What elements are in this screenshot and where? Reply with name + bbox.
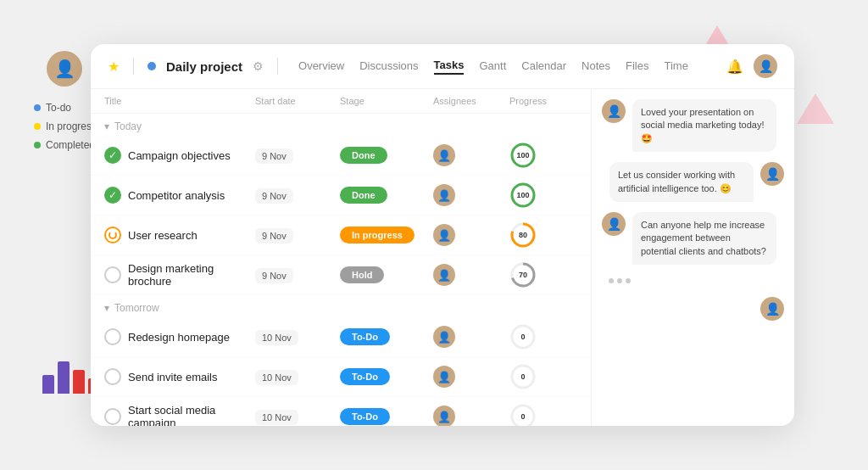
divider-2 <box>277 58 278 75</box>
section-tomorrow[interactable]: ▾ Tomorrow <box>91 295 591 317</box>
typing-dot-3 <box>626 278 631 283</box>
card-header: ★ Daily project ⚙ Overview Discussions T… <box>91 44 794 89</box>
task-row[interactable]: ✓ Campaign objectives 9 Nov Done 👤 100 <box>91 136 591 176</box>
progress-value: 70 <box>519 271 527 279</box>
chat-avatar-1: 👤 <box>602 99 626 123</box>
tab-calendar[interactable]: Calendar <box>521 59 566 74</box>
check-empty-icon[interactable] <box>104 368 121 385</box>
task-title: Send invite emails <box>128 371 218 383</box>
chat-typing-indicator <box>602 275 784 287</box>
legend-completed: Completed <box>34 139 97 151</box>
task-date: 9 Nov <box>255 187 340 204</box>
progress-value: 0 <box>520 372 525 381</box>
nav-tabs: Overview Discussions Tasks Gantt Calenda… <box>298 59 688 75</box>
tab-overview[interactable]: Overview <box>298 59 344 74</box>
table-header: Title Start date Stage Assignees Progres… <box>91 89 591 114</box>
task-stage: Done <box>340 187 433 204</box>
tab-tasks[interactable]: Tasks <box>434 59 465 75</box>
project-dot <box>147 62 156 70</box>
progress-value: 80 <box>519 231 527 239</box>
section-tomorrow-label: Tomorrow <box>114 302 159 314</box>
task-row[interactable]: Design marketing brochure 9 Nov Hold 👤 7… <box>91 255 591 295</box>
task-stage: To-Do <box>340 328 433 345</box>
task-stage: Done <box>340 147 433 164</box>
chat-avatar-3: 👤 <box>602 212 626 236</box>
tab-notes[interactable]: Notes <box>581 59 610 74</box>
settings-icon[interactable]: ⚙ <box>253 59 264 73</box>
section-today-label: Today <box>114 120 142 132</box>
chat-message-1: 👤 Loved your presentation on social medi… <box>602 99 784 152</box>
legend-label-todo: To-do <box>46 102 71 114</box>
tab-gantt[interactable]: Gantt <box>479 59 506 74</box>
task-title-cell: Send invite emails <box>104 368 255 385</box>
assignee-avatar: 👤 <box>433 224 455 246</box>
user-avatar[interactable]: 👤 <box>754 54 777 78</box>
avatar-top-left[interactable]: 👤 <box>47 51 82 87</box>
check-done-icon[interactable]: ✓ <box>104 187 121 204</box>
task-row[interactable]: Redesign homepage 10 Nov To-Do 👤 0 <box>91 317 591 357</box>
tasks-panel: Title Start date Stage Assignees Progres… <box>91 89 591 426</box>
progress-value: 0 <box>520 333 525 341</box>
task-row[interactable]: ✓ Competitor analysis 9 Nov Done 👤 100 <box>91 176 591 215</box>
progress-value: 0 <box>520 412 525 421</box>
typing-dot-1 <box>609 278 614 283</box>
main-card: ★ Daily project ⚙ Overview Discussions T… <box>91 44 794 426</box>
assignee-avatar: 👤 <box>433 264 455 286</box>
header-right: 🔔 👤 <box>726 54 777 78</box>
task-date: 9 Nov <box>255 227 340 243</box>
legend-dot-inprogress <box>34 123 41 130</box>
chart-bar-2 <box>58 361 70 394</box>
assignee-avatar: 👤 <box>433 184 455 206</box>
col-assignees: Assignees <box>433 96 509 106</box>
check-inprogress-icon[interactable] <box>104 227 121 243</box>
chat-message-2: 👤 Let us consider working with artificia… <box>602 162 784 202</box>
task-title-cell: Start social media campaign <box>104 404 255 426</box>
progress-circle: 70 <box>509 261 537 288</box>
progress-circle: 100 <box>509 142 537 169</box>
card-body: Title Start date Stage Assignees Progres… <box>91 89 794 426</box>
typing-dot-2 <box>617 278 622 283</box>
task-date: 10 Nov <box>255 409 340 425</box>
check-done-icon[interactable]: ✓ <box>104 147 121 164</box>
task-title-cell: User research <box>104 227 255 243</box>
chat-bubble-3: Can anyone help me increase engagement b… <box>632 212 776 265</box>
col-title: Title <box>104 96 255 106</box>
chart-bar-3 <box>73 370 85 394</box>
task-date: 9 Nov <box>255 148 340 164</box>
task-title-cell: Design marketing brochure <box>104 262 255 288</box>
chart-bar-1 <box>42 375 54 394</box>
assignee-avatar: 👤 <box>433 366 455 388</box>
task-stage: In progress <box>340 227 433 243</box>
tab-files[interactable]: Files <box>626 59 648 74</box>
tab-discussions[interactable]: Discussions <box>359 59 418 74</box>
bell-icon[interactable]: 🔔 <box>726 59 743 75</box>
check-empty-icon[interactable] <box>104 328 121 345</box>
task-title-cell: Redesign homepage <box>104 328 255 345</box>
assignee-avatar: 👤 <box>433 406 455 426</box>
col-startdate: Start date <box>255 96 340 106</box>
assignee-avatar: 👤 <box>433 144 455 166</box>
legend-dot-completed <box>34 142 41 148</box>
task-title: Competitor analysis <box>128 189 225 202</box>
progress-circle: 0 <box>509 403 537 426</box>
task-row[interactable]: User research 9 Nov In progress 👤 80 <box>91 215 591 255</box>
task-date: 10 Nov <box>255 329 340 345</box>
task-row[interactable]: Start social media campaign 10 Nov To-Do… <box>91 397 591 426</box>
decoration-triangle-right <box>797 93 834 124</box>
progress-circle: 80 <box>509 221 537 249</box>
chat-bubble-2: Let us consider working with artificial … <box>609 162 754 202</box>
divider <box>133 58 134 75</box>
star-icon: ★ <box>108 59 120 75</box>
progress-value: 100 <box>516 191 529 199</box>
chat-avatar-bottom: 👤 <box>760 297 784 321</box>
check-empty-icon[interactable] <box>104 266 121 283</box>
check-empty-icon[interactable] <box>104 408 121 425</box>
chat-panel: 👤 Loved your presentation on social medi… <box>591 89 794 426</box>
section-today[interactable]: ▾ Today <box>91 114 591 136</box>
tab-time[interactable]: Time <box>664 59 687 74</box>
task-row[interactable]: Send invite emails 10 Nov To-Do 👤 0 <box>91 357 591 397</box>
legend-label-completed: Completed <box>46 139 95 151</box>
task-title-cell: ✓ Competitor analysis <box>104 187 255 204</box>
legend-todo: To-do <box>34 102 97 114</box>
task-title: Design marketing brochure <box>128 262 255 288</box>
